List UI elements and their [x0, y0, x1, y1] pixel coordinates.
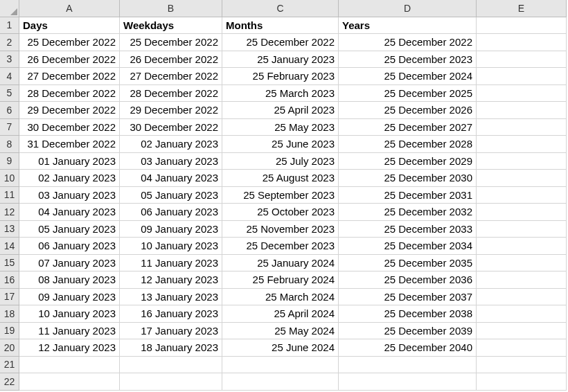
cell-E11[interactable] [477, 187, 567, 204]
cell-A1[interactable]: Days [19, 17, 120, 35]
cell-C13[interactable]: 25 November 2023 [222, 221, 339, 238]
select-all-corner[interactable] [0, 0, 19, 17]
cell-C21[interactable] [222, 357, 339, 374]
row-header-14[interactable]: 14 [0, 238, 19, 255]
cell-A9[interactable]: 01 January 2023 [19, 153, 120, 170]
cell-E4[interactable] [477, 68, 567, 85]
cell-E6[interactable] [477, 102, 567, 119]
cell-B10[interactable]: 04 January 2023 [120, 170, 222, 187]
cell-B5[interactable]: 28 December 2022 [120, 85, 222, 103]
cell-E8[interactable] [477, 136, 567, 153]
cell-C4[interactable]: 25 February 2023 [222, 68, 339, 85]
cell-E3[interactable] [477, 51, 567, 69]
cell-D20[interactable]: 25 December 2040 [339, 339, 477, 357]
cell-C9[interactable]: 25 July 2023 [222, 153, 339, 170]
cell-C2[interactable]: 25 December 2022 [222, 34, 339, 51]
cell-D18[interactable]: 25 December 2038 [339, 305, 477, 323]
row-header-22[interactable]: 22 [0, 373, 19, 391]
cell-D12[interactable]: 25 December 2032 [339, 204, 477, 221]
cell-B1[interactable]: Weekdays [120, 17, 222, 35]
cell-E22[interactable] [477, 373, 567, 391]
cell-C3[interactable]: 25 January 2023 [222, 51, 339, 69]
cell-B19[interactable]: 17 January 2023 [120, 323, 222, 340]
column-header-A[interactable]: A [19, 0, 120, 17]
cell-A2[interactable]: 25 December 2022 [19, 34, 120, 51]
cell-D8[interactable]: 25 December 2028 [339, 136, 477, 153]
cell-D15[interactable]: 25 December 2035 [339, 255, 477, 272]
cell-B4[interactable]: 27 December 2022 [120, 68, 222, 85]
cell-B15[interactable]: 11 January 2023 [120, 255, 222, 272]
cell-C17[interactable]: 25 March 2024 [222, 289, 339, 306]
cell-B16[interactable]: 12 January 2023 [120, 271, 222, 289]
cell-C5[interactable]: 25 March 2023 [222, 85, 339, 103]
cell-D16[interactable]: 25 December 2036 [339, 271, 477, 289]
cell-E19[interactable] [477, 323, 567, 340]
row-header-18[interactable]: 18 [0, 305, 19, 323]
cell-B21[interactable] [120, 357, 222, 374]
cell-A22[interactable] [19, 373, 120, 391]
cell-A21[interactable] [19, 357, 120, 374]
cell-B12[interactable]: 06 January 2023 [120, 204, 222, 221]
row-header-15[interactable]: 15 [0, 255, 19, 272]
cell-B14[interactable]: 10 January 2023 [120, 238, 222, 255]
cell-A8[interactable]: 31 December 2022 [19, 136, 120, 153]
row-header-3[interactable]: 3 [0, 51, 19, 69]
cell-E5[interactable] [477, 85, 567, 103]
cell-D3[interactable]: 25 December 2023 [339, 51, 477, 69]
cell-B9[interactable]: 03 January 2023 [120, 153, 222, 170]
cell-D17[interactable]: 25 December 2037 [339, 289, 477, 306]
cell-C10[interactable]: 25 August 2023 [222, 170, 339, 187]
row-header-13[interactable]: 13 [0, 221, 19, 238]
cell-D19[interactable]: 25 December 2039 [339, 323, 477, 340]
cell-A5[interactable]: 28 December 2022 [19, 85, 120, 103]
cell-A3[interactable]: 26 December 2022 [19, 51, 120, 69]
cell-C7[interactable]: 25 May 2023 [222, 119, 339, 136]
cell-C11[interactable]: 25 September 2023 [222, 187, 339, 204]
row-header-8[interactable]: 8 [0, 136, 19, 153]
row-header-1[interactable]: 1 [0, 17, 19, 35]
cell-E10[interactable] [477, 170, 567, 187]
row-header-4[interactable]: 4 [0, 68, 19, 85]
cell-B7[interactable]: 30 December 2022 [120, 119, 222, 136]
cell-A6[interactable]: 29 December 2022 [19, 102, 120, 119]
cell-A20[interactable]: 12 January 2023 [19, 339, 120, 357]
cell-D21[interactable] [339, 357, 477, 374]
cell-B6[interactable]: 29 December 2022 [120, 102, 222, 119]
cell-D11[interactable]: 25 December 2031 [339, 187, 477, 204]
cell-D4[interactable]: 25 December 2024 [339, 68, 477, 85]
cell-A16[interactable]: 08 January 2023 [19, 271, 120, 289]
row-header-5[interactable]: 5 [0, 85, 19, 103]
cell-E2[interactable] [477, 34, 567, 51]
cell-A14[interactable]: 06 January 2023 [19, 238, 120, 255]
cell-E21[interactable] [477, 357, 567, 374]
cell-A12[interactable]: 04 January 2023 [19, 204, 120, 221]
cell-C1[interactable]: Months [222, 17, 339, 35]
cell-D7[interactable]: 25 December 2027 [339, 119, 477, 136]
cell-D14[interactable]: 25 December 2034 [339, 238, 477, 255]
cell-A18[interactable]: 10 January 2023 [19, 305, 120, 323]
cell-C8[interactable]: 25 June 2023 [222, 136, 339, 153]
cell-D22[interactable] [339, 373, 477, 391]
cell-B17[interactable]: 13 January 2023 [120, 289, 222, 306]
column-header-E[interactable]: E [477, 0, 567, 17]
spreadsheet-grid[interactable]: ABCDE1DaysWeekdaysMonthsYears225 Decembe… [0, 0, 568, 391]
cell-E20[interactable] [477, 339, 567, 357]
cell-A4[interactable]: 27 December 2022 [19, 68, 120, 85]
row-header-6[interactable]: 6 [0, 102, 19, 119]
cell-B8[interactable]: 02 January 2023 [120, 136, 222, 153]
cell-B22[interactable] [120, 373, 222, 391]
cell-E1[interactable] [477, 17, 567, 35]
cell-B13[interactable]: 09 January 2023 [120, 221, 222, 238]
row-header-2[interactable]: 2 [0, 34, 19, 51]
cell-A15[interactable]: 07 January 2023 [19, 255, 120, 272]
cell-C12[interactable]: 25 October 2023 [222, 204, 339, 221]
cell-C22[interactable] [222, 373, 339, 391]
cell-D10[interactable]: 25 December 2030 [339, 170, 477, 187]
row-header-16[interactable]: 16 [0, 271, 19, 289]
cell-E18[interactable] [477, 305, 567, 323]
cell-C15[interactable]: 25 January 2024 [222, 255, 339, 272]
column-header-D[interactable]: D [339, 0, 477, 17]
cell-D13[interactable]: 25 December 2033 [339, 221, 477, 238]
cell-B2[interactable]: 25 December 2022 [120, 34, 222, 51]
row-header-19[interactable]: 19 [0, 323, 19, 340]
